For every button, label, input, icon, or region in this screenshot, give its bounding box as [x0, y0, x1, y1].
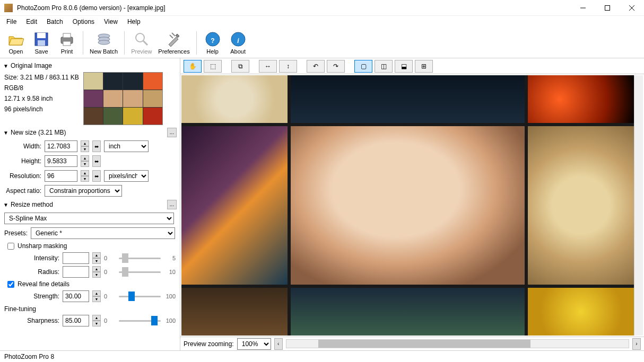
reveal-details-label: Reveal fine details	[18, 280, 69, 288]
strength-spinner[interactable]: ▲▼	[92, 290, 101, 302]
menu-batch[interactable]: Batch	[42, 17, 67, 27]
resolution-unit-select[interactable]: pixels/inch	[104, 170, 149, 182]
vertical-scrollbar[interactable]	[634, 75, 643, 335]
aspect-ratio-select[interactable]: Constrain proportions	[45, 185, 122, 197]
preview-zoom-label: Preview zooming:	[184, 340, 234, 348]
preferences-button[interactable]: Preferences	[155, 29, 193, 57]
help-button[interactable]: ? Help	[200, 29, 225, 57]
view-split-v-button[interactable]: ⬓	[395, 60, 413, 73]
new-batch-button[interactable]: New Batch	[86, 29, 121, 57]
view-quad-button[interactable]: ⊞	[415, 60, 433, 73]
radius-min: 0	[104, 269, 116, 275]
crop-tool-button[interactable]: ⧉	[231, 60, 249, 73]
main-toolbar: Open Save Print New Batch Preview Prefer…	[0, 28, 644, 58]
resolution-input[interactable]	[45, 170, 77, 182]
height-label: Height:	[4, 157, 41, 165]
print-label: Print	[61, 48, 73, 55]
strength-slider[interactable]	[119, 291, 161, 302]
flip-vertical-button[interactable]: ↕	[279, 60, 297, 73]
preview-zoom-select[interactable]: 100%	[237, 338, 271, 350]
menu-view[interactable]: View	[100, 17, 122, 27]
status-bar: PhotoZoom Pro 8	[0, 350, 644, 362]
resolution-link-button[interactable]: ⬌	[92, 170, 101, 182]
preview-canvas[interactable]	[181, 75, 634, 335]
save-label: Save	[34, 48, 48, 55]
rotate-left-button[interactable]: ↶	[307, 60, 325, 73]
print-button[interactable]: Print	[54, 29, 80, 57]
horizontal-scrollbar[interactable]	[286, 339, 629, 348]
presets-select[interactable]: Generic *	[31, 227, 175, 239]
svg-rect-5	[63, 33, 71, 38]
view-split-h-button[interactable]: ◫	[375, 60, 393, 73]
sharpness-label: Sharpness:	[4, 317, 59, 324]
hand-icon: ✋	[189, 63, 197, 70]
preview-toolbar: ✋ ⬚ ⧉ ↔ ↕ ↶ ↷ ▢ ◫ ⬓ ⊞	[180, 58, 644, 74]
resize-method-select[interactable]: S-Spline Max	[4, 213, 174, 224]
toolbar-separator	[83, 31, 83, 55]
width-input[interactable]	[45, 140, 77, 152]
intensity-spinner[interactable]: ▲▼	[92, 252, 101, 264]
about-label: About	[230, 48, 246, 55]
flip-h-icon: ↔	[265, 63, 271, 70]
menu-file[interactable]: File	[2, 17, 21, 27]
resolution-label: Resolution:	[4, 172, 41, 180]
width-spinner[interactable]: ▲▼	[81, 140, 89, 152]
preview-area: ✋ ⬚ ⧉ ↔ ↕ ↶ ↷ ▢ ◫ ⬓ ⊞ Preview zoomin	[180, 58, 644, 350]
resize-method-options-button[interactable]: ...	[167, 200, 177, 209]
original-size: Size: 3.21 MB / 863.11 KB	[4, 72, 79, 83]
open-button[interactable]: Open	[3, 29, 29, 57]
new-size-options-button[interactable]: ...	[167, 128, 177, 137]
rotate-right-button[interactable]: ↷	[327, 60, 345, 73]
collapse-arrow-icon: ▼	[3, 130, 8, 136]
new-size-header[interactable]: ▼ New size (3.21 MB) ...	[2, 126, 178, 139]
svg-point-9	[98, 40, 110, 45]
height-link-button[interactable]: ⬌	[92, 155, 101, 167]
intensity-slider[interactable]	[119, 253, 161, 263]
flip-horizontal-button[interactable]: ↔	[259, 60, 277, 73]
minimize-button[interactable]	[571, 0, 595, 16]
svg-rect-3	[38, 40, 45, 46]
intensity-min: 0	[104, 255, 116, 261]
menu-options[interactable]: Options	[68, 17, 99, 27]
magnifier-icon	[133, 31, 150, 48]
height-spinner[interactable]: ▲▼	[81, 155, 89, 167]
intensity-input[interactable]	[63, 252, 89, 264]
menu-bar: File Edit Batch Options View Help	[0, 16, 644, 28]
settings-panel: ▼ Original Image Size: 3.21 MB / 863.11 …	[0, 58, 180, 350]
intensity-label: Intensity:	[4, 254, 59, 262]
scroll-right-button[interactable]: ›	[632, 338, 641, 350]
strength-input[interactable]	[63, 290, 89, 302]
save-button[interactable]: Save	[29, 29, 54, 57]
print-icon	[58, 31, 75, 48]
sharpness-input[interactable]	[63, 315, 89, 326]
select-tool-button[interactable]: ⬚	[204, 60, 222, 73]
unsharp-masking-checkbox[interactable]	[7, 243, 14, 250]
resize-method-header[interactable]: ▼ Resize method ...	[2, 198, 178, 211]
size-unit-select[interactable]: inch	[104, 140, 149, 152]
radius-slider[interactable]	[119, 267, 161, 277]
scroll-left-button[interactable]: ‹	[274, 338, 283, 350]
rotate-ccw-icon: ↶	[313, 63, 318, 70]
about-button[interactable]: i About	[225, 29, 251, 57]
thumbnail-navigator[interactable]	[83, 72, 163, 125]
close-button[interactable]	[620, 0, 644, 16]
height-input[interactable]	[45, 155, 77, 167]
menu-edit[interactable]: Edit	[22, 17, 41, 27]
radius-max: 10	[164, 269, 176, 275]
pan-tool-button[interactable]: ✋	[184, 60, 202, 73]
radius-input[interactable]	[63, 266, 89, 278]
sharpness-spinner[interactable]: ▲▼	[92, 315, 101, 326]
radius-spinner[interactable]: ▲▼	[92, 266, 101, 278]
resolution-spinner[interactable]: ▲▼	[81, 170, 89, 182]
view-single-button[interactable]: ▢	[354, 60, 372, 73]
menu-help[interactable]: Help	[123, 17, 145, 27]
sharpness-min: 0	[104, 317, 116, 324]
maximize-button[interactable]	[595, 0, 620, 16]
svg-point-10	[136, 33, 144, 42]
reveal-details-checkbox[interactable]	[7, 281, 14, 288]
width-link-button[interactable]: ⬌	[92, 140, 101, 152]
folder-open-icon	[7, 31, 24, 48]
toolbar-separator	[196, 31, 197, 55]
original-image-header[interactable]: ▼ Original Image	[2, 60, 178, 71]
sharpness-slider[interactable]	[119, 315, 161, 326]
